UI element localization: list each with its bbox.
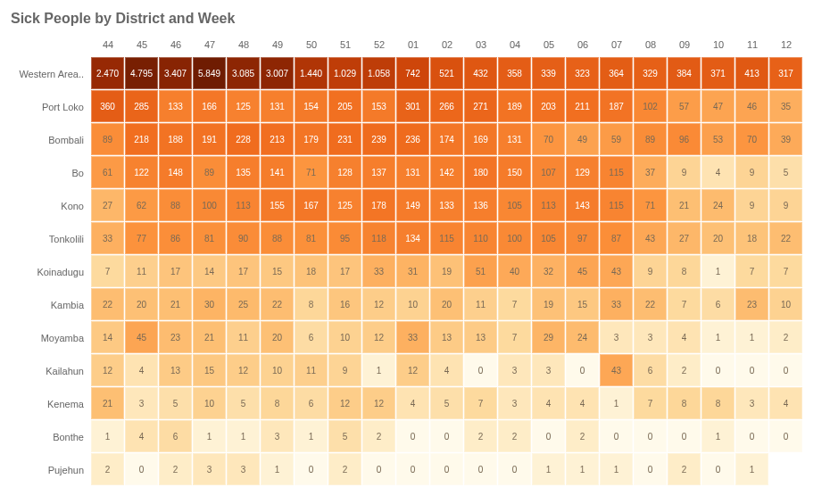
- heatmap-cell[interactable]: 413: [735, 57, 768, 89]
- heatmap-cell[interactable]: 9: [328, 354, 361, 386]
- heatmap-cell[interactable]: 3: [261, 420, 294, 452]
- heatmap-cell[interactable]: 2: [91, 453, 124, 485]
- heatmap-cell[interactable]: 2: [668, 453, 701, 485]
- heatmap-cell[interactable]: 0: [634, 453, 667, 485]
- heatmap-cell[interactable]: 33: [600, 288, 633, 320]
- heatmap-cell[interactable]: 371: [701, 57, 735, 89]
- heatmap-cell[interactable]: 57: [668, 90, 701, 122]
- heatmap-cell[interactable]: 37: [634, 156, 667, 188]
- heatmap-cell[interactable]: 6: [159, 420, 192, 452]
- heatmap-cell[interactable]: 29: [532, 321, 565, 353]
- heatmap-cell[interactable]: 236: [396, 123, 429, 155]
- heatmap-cell[interactable]: 339: [532, 57, 565, 89]
- heatmap-cell[interactable]: 12: [328, 387, 361, 419]
- heatmap-cell[interactable]: 16: [328, 288, 361, 320]
- heatmap-cell[interactable]: 100: [498, 222, 531, 254]
- heatmap-cell[interactable]: 97: [566, 222, 599, 254]
- heatmap-cell[interactable]: 1.058: [362, 57, 395, 89]
- heatmap-cell[interactable]: 0: [464, 453, 497, 485]
- heatmap-cell[interactable]: 27: [668, 222, 701, 254]
- heatmap-cell[interactable]: 86: [159, 222, 192, 254]
- heatmap-cell[interactable]: 4: [701, 156, 735, 188]
- heatmap-cell[interactable]: 149: [396, 189, 429, 221]
- heatmap-cell[interactable]: 131: [498, 123, 531, 155]
- heatmap-cell[interactable]: 4: [532, 387, 565, 419]
- heatmap-cell[interactable]: 25: [227, 288, 260, 320]
- heatmap-cell[interactable]: 153: [362, 90, 395, 122]
- heatmap-cell[interactable]: 364: [600, 57, 633, 89]
- heatmap-cell[interactable]: 118: [362, 222, 395, 254]
- heatmap-cell[interactable]: 17: [159, 255, 192, 287]
- heatmap-cell[interactable]: 0: [769, 420, 802, 452]
- heatmap-cell[interactable]: 1: [261, 453, 294, 485]
- heatmap-cell[interactable]: 213: [261, 123, 294, 155]
- heatmap-cell[interactable]: 8: [295, 288, 328, 320]
- heatmap-cell[interactable]: 3.085: [227, 57, 260, 89]
- heatmap-cell[interactable]: 0: [735, 354, 768, 386]
- heatmap-cell[interactable]: 0: [701, 354, 735, 386]
- heatmap-cell[interactable]: 125: [328, 189, 361, 221]
- heatmap-cell[interactable]: 141: [261, 156, 294, 188]
- heatmap-cell[interactable]: 49: [566, 123, 599, 155]
- heatmap-cell[interactable]: 89: [634, 123, 667, 155]
- heatmap-cell[interactable]: 4: [125, 354, 158, 386]
- heatmap-cell[interactable]: 61: [91, 156, 124, 188]
- heatmap-cell[interactable]: 131: [396, 156, 429, 188]
- heatmap-cell[interactable]: 115: [600, 189, 633, 221]
- heatmap-cell[interactable]: 128: [328, 156, 361, 188]
- heatmap-cell[interactable]: 8: [668, 387, 701, 419]
- heatmap-cell[interactable]: 0: [430, 453, 463, 485]
- heatmap-cell[interactable]: 13: [430, 321, 463, 353]
- heatmap-cell[interactable]: 113: [532, 189, 565, 221]
- heatmap-cell[interactable]: 8: [261, 387, 294, 419]
- heatmap-cell[interactable]: 0: [668, 420, 701, 452]
- heatmap-cell[interactable]: 24: [566, 321, 599, 353]
- heatmap-cell[interactable]: 3: [125, 387, 158, 419]
- heatmap-cell[interactable]: 20: [261, 321, 294, 353]
- heatmap-cell[interactable]: 5: [430, 387, 463, 419]
- heatmap-cell[interactable]: 70: [532, 123, 565, 155]
- heatmap-cell[interactable]: 1: [701, 255, 735, 287]
- heatmap-cell[interactable]: 6: [295, 387, 328, 419]
- heatmap-cell[interactable]: 70: [735, 123, 768, 155]
- heatmap-cell[interactable]: 323: [566, 57, 599, 89]
- heatmap-cell[interactable]: 2: [668, 354, 701, 386]
- heatmap-cell[interactable]: 1: [295, 420, 328, 452]
- heatmap-cell[interactable]: 11: [295, 354, 328, 386]
- heatmap-cell[interactable]: 8: [668, 255, 701, 287]
- heatmap-cell[interactable]: 239: [362, 123, 395, 155]
- heatmap-cell[interactable]: 5: [159, 387, 192, 419]
- heatmap-cell[interactable]: 3: [532, 354, 565, 386]
- heatmap-cell[interactable]: 17: [227, 255, 260, 287]
- heatmap-cell[interactable]: 10: [769, 288, 802, 320]
- heatmap-cell[interactable]: 266: [430, 90, 463, 122]
- heatmap-cell[interactable]: 154: [295, 90, 328, 122]
- heatmap-cell[interactable]: 14: [193, 255, 226, 287]
- heatmap-cell[interactable]: 2: [159, 453, 192, 485]
- heatmap-cell[interactable]: 15: [566, 288, 599, 320]
- heatmap-cell[interactable]: 47: [701, 90, 735, 122]
- heatmap-cell[interactable]: 22: [769, 222, 802, 254]
- heatmap-cell[interactable]: 7: [91, 255, 124, 287]
- heatmap-cell[interactable]: 1: [566, 453, 599, 485]
- heatmap-cell[interactable]: 87: [600, 222, 633, 254]
- heatmap-cell[interactable]: 2: [328, 453, 361, 485]
- heatmap-cell[interactable]: 271: [464, 90, 497, 122]
- heatmap-cell[interactable]: 142: [430, 156, 463, 188]
- heatmap-cell[interactable]: 12: [91, 354, 124, 386]
- heatmap-cell[interactable]: 46: [735, 90, 768, 122]
- heatmap-cell[interactable]: 90: [227, 222, 260, 254]
- heatmap-cell[interactable]: 1: [600, 387, 633, 419]
- heatmap-cell[interactable]: 133: [159, 90, 192, 122]
- heatmap-cell[interactable]: 3: [498, 387, 531, 419]
- heatmap-cell[interactable]: 15: [193, 354, 226, 386]
- heatmap-cell[interactable]: 2: [566, 420, 599, 452]
- heatmap-cell[interactable]: 27: [91, 189, 124, 221]
- heatmap-cell[interactable]: 115: [600, 156, 633, 188]
- heatmap-cell[interactable]: 71: [634, 189, 667, 221]
- heatmap-cell[interactable]: 3: [498, 354, 531, 386]
- heatmap-cell[interactable]: 189: [498, 90, 531, 122]
- heatmap-cell[interactable]: 9: [735, 156, 768, 188]
- heatmap-cell[interactable]: 7: [668, 288, 701, 320]
- heatmap-cell[interactable]: 9: [735, 189, 768, 221]
